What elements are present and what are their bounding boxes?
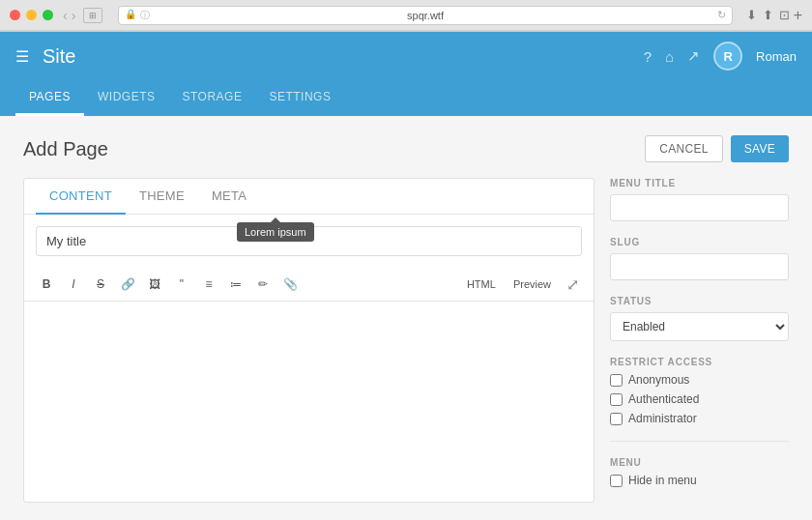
anonymous-checkbox[interactable] xyxy=(610,374,623,387)
unordered-list-button[interactable]: ≡ xyxy=(196,273,221,296)
restrict-access-checkboxes: Anonymous Authenticated Administrator xyxy=(610,373,789,425)
user-avatar[interactable]: R xyxy=(713,42,742,71)
hide-in-menu-item[interactable]: Hide in menu xyxy=(610,474,789,487)
help-icon[interactable]: ? xyxy=(644,48,652,65)
cancel-button[interactable]: CANCEL xyxy=(645,135,722,162)
menu-title-section: MENU TITLE xyxy=(610,178,789,221)
app-nav: PAGES WIDGETS STORAGE SETTINGS xyxy=(0,80,812,116)
slug-label: SLUG xyxy=(610,237,789,247)
title-input-wrapper: Lorem ipsum xyxy=(24,215,594,268)
menu-section: MENU Hide in menu xyxy=(610,457,789,487)
save-button[interactable]: SAVE xyxy=(731,135,789,162)
content-area: CONTENT THEME META Lorem ipsum xyxy=(23,178,789,503)
restrict-access-section: RESTRICT ACCESS Anonymous Authenticated xyxy=(610,357,789,425)
page-title: Add Page xyxy=(23,138,108,160)
user-name: Roman xyxy=(756,49,797,64)
page-header: Add Page CANCEL SAVE xyxy=(23,135,789,162)
tab-content[interactable]: CONTENT xyxy=(36,179,126,215)
link-button[interactable]: 🔗 xyxy=(115,273,140,296)
header-actions: ? ⌂ ↗ R Roman xyxy=(644,42,797,71)
ordered-list-button[interactable]: ≔ xyxy=(223,273,248,296)
menu-title-input[interactable] xyxy=(610,194,789,221)
browser-chrome: ‹ › ⊞ 🔒 ⓘ spqr.wtf ↻ ⬇ ⬆ ⊡ + xyxy=(0,0,812,32)
status-label: STATUS xyxy=(610,296,789,306)
download-icon[interactable]: ⬇ xyxy=(746,8,757,22)
preview-button[interactable]: Preview xyxy=(506,276,559,292)
url-text: spqr.wtf xyxy=(407,10,444,21)
slug-section: SLUG xyxy=(610,237,789,280)
new-tab-button[interactable]: + xyxy=(794,7,802,24)
administrator-checkbox-item[interactable]: Administrator xyxy=(610,412,789,425)
content-tabs: CONTENT THEME META xyxy=(24,179,594,215)
image-button[interactable]: 🖼 xyxy=(142,273,167,296)
close-button[interactable] xyxy=(10,10,20,20)
hide-in-menu-checkbox[interactable] xyxy=(610,475,623,487)
authenticated-checkbox[interactable] xyxy=(610,393,623,406)
minimize-button[interactable] xyxy=(26,10,37,20)
app-container: ☰ Site ? ⌂ ↗ R Roman PAGES WIDGETS STORA… xyxy=(0,32,812,520)
back-arrow[interactable]: ‹ xyxy=(63,8,68,23)
menu-label: MENU xyxy=(610,457,789,468)
tab-meta[interactable]: META xyxy=(198,179,260,215)
strikethrough-button[interactable]: S xyxy=(88,273,113,296)
hamburger-icon[interactable]: ☰ xyxy=(15,47,29,66)
nav-tab-storage[interactable]: STORAGE xyxy=(168,80,255,116)
nav-tab-pages[interactable]: PAGES xyxy=(15,80,84,116)
pencil-button[interactable]: ✏ xyxy=(250,273,276,296)
forward-arrow[interactable]: › xyxy=(72,8,76,23)
bold-button[interactable]: B xyxy=(34,273,59,296)
restrict-access-label: RESTRICT ACCESS xyxy=(610,357,789,367)
more-icon[interactable]: ⊡ xyxy=(779,8,790,22)
home-icon[interactable]: ⌂ xyxy=(665,48,674,65)
expand-icon[interactable]: ⤢ xyxy=(561,273,584,296)
app-title: Site xyxy=(43,45,644,68)
app-header: ☰ Site ? ⌂ ↗ R Roman xyxy=(0,32,812,80)
nav-tab-widgets[interactable]: WIDGETS xyxy=(84,80,169,116)
status-select[interactable]: Enabled Disabled xyxy=(610,312,789,341)
share-icon[interactable]: ⬆ xyxy=(763,8,773,22)
right-panel: MENU TITLE SLUG STATUS Enabled Disabled … xyxy=(610,178,789,503)
refresh-icon[interactable]: ↻ xyxy=(717,9,726,21)
html-button[interactable]: HTML xyxy=(459,276,504,292)
header-buttons: CANCEL SAVE xyxy=(645,135,789,162)
administrator-checkbox[interactable] xyxy=(610,413,623,425)
attachment-button[interactable]: 📎 xyxy=(277,273,303,296)
editor-area[interactable] xyxy=(24,302,594,427)
authenticated-checkbox-item[interactable]: Authenticated xyxy=(610,392,789,406)
address-bar-security-icons: 🔒 ⓘ xyxy=(125,9,150,22)
editor-toolbar: B I S 🔗 🖼 " ≡ ≔ ✏ 📎 HTML Preview ⤢ xyxy=(24,268,594,302)
quote-button[interactable]: " xyxy=(169,273,194,296)
divider xyxy=(610,441,789,442)
browser-actions: ⬇ ⬆ ⊡ xyxy=(746,8,790,22)
tab-theme[interactable]: THEME xyxy=(126,179,198,215)
left-panel: CONTENT THEME META Lorem ipsum xyxy=(23,178,594,503)
window-icon: ⊞ xyxy=(83,8,102,23)
main-content: Add Page CANCEL SAVE CONTENT THEME xyxy=(0,116,812,520)
traffic-lights xyxy=(10,10,53,20)
browser-titlebar: ‹ › ⊞ 🔒 ⓘ spqr.wtf ↻ ⬇ ⬆ ⊡ + xyxy=(0,0,812,31)
status-section: STATUS Enabled Disabled xyxy=(610,296,789,341)
maximize-button[interactable] xyxy=(43,10,53,20)
slug-input[interactable] xyxy=(610,253,789,280)
nav-tab-settings[interactable]: SETTINGS xyxy=(255,80,344,116)
anonymous-checkbox-item[interactable]: Anonymous xyxy=(610,373,789,387)
external-link-icon[interactable]: ↗ xyxy=(687,47,700,65)
menu-title-label: MENU TITLE xyxy=(610,178,789,188)
nav-arrows: ‹ › xyxy=(63,8,75,23)
lorem-tooltip: Lorem ipsum xyxy=(237,222,314,242)
italic-button[interactable]: I xyxy=(61,273,86,296)
address-bar[interactable]: 🔒 ⓘ spqr.wtf ↻ xyxy=(118,6,732,25)
